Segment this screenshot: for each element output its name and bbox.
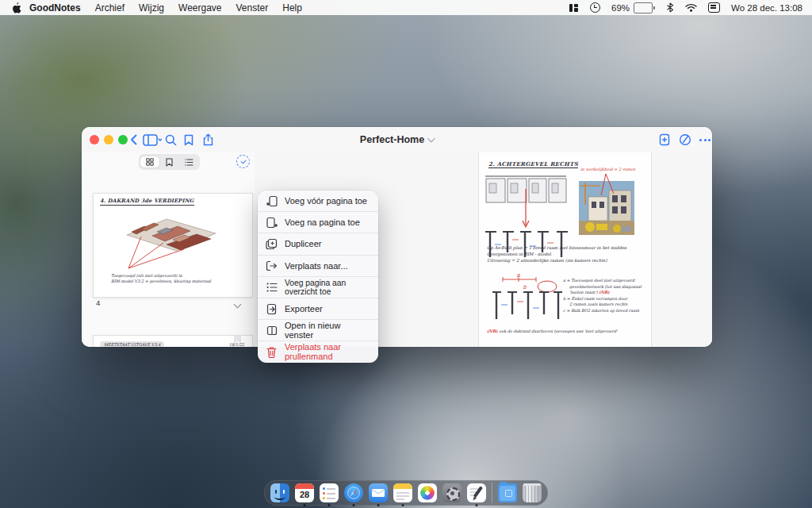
back-icon[interactable] [125, 133, 141, 147]
search-icon[interactable] [163, 133, 178, 147]
menu-app-name[interactable]: GoodNotes [22, 2, 88, 13]
page-thumbnail-5[interactable]: MEETSTAAT UITGAVE V3.4 18/1/22 V3.3 V3.4… [93, 335, 253, 347]
add-page-icon[interactable] [657, 133, 672, 147]
thumb2-header: MEETSTAAT UITGAVE V3.4 [100, 341, 164, 347]
menu-wijzig[interactable]: Wijzig [132, 2, 171, 13]
goodnotes-window: Perfect-Home [82, 127, 712, 347]
isometric-sketch [117, 210, 224, 273]
outline-view-tab[interactable] [179, 156, 199, 167]
close-button[interactable] [90, 135, 99, 144]
bookmarks-view-tab[interactable] [159, 156, 179, 167]
menu-bar-clock[interactable]: Wo 28 dec. 13:08 [731, 3, 802, 13]
menu-archief[interactable]: Archief [88, 2, 132, 13]
photo-annotation-lines [590, 173, 622, 197]
sidebar-view-switcher[interactable] [139, 154, 200, 170]
sidebar-toggle-icon[interactable] [142, 133, 163, 147]
menu-item-open-new-window[interactable]: Open in nieuw venster [258, 319, 378, 341]
menu-item-insert-after[interactable]: Voeg na pagina toe [258, 211, 378, 233]
title-chevron-icon [427, 135, 435, 143]
menu-venster[interactable]: Venster [229, 2, 276, 13]
safari-dock-icon[interactable] [344, 483, 363, 502]
menu-item-export[interactable]: Exporteer [258, 298, 378, 319]
menu-bar: GoodNotes Archief Wijzig Weergave Venste… [0, 0, 812, 15]
display-preferences-icon[interactable] [708, 2, 720, 13]
export-icon [266, 303, 278, 315]
menu-item-add-to-outline[interactable]: Voeg pagina aan overzicht toe [258, 276, 378, 298]
apple-menu-icon[interactable] [13, 2, 22, 13]
window-tiling-icon[interactable] [569, 3, 579, 13]
trash-icon [266, 346, 278, 358]
thumb1-title: 4. DAKRAND 3de VERDIEPING [100, 198, 194, 206]
page-context-menu: Voeg vóór pagina toe Voeg na pagina toe … [258, 190, 378, 363]
notes-dock-icon[interactable] [393, 483, 412, 502]
window-titlebar[interactable]: Perfect-Home [82, 127, 712, 152]
page-thumbnail-4[interactable]: 4. DAKRAND 3de VERDIEPING Toegevoegd (al… [93, 193, 253, 298]
trash-dock-icon[interactable] [523, 483, 542, 502]
wifi-icon[interactable] [685, 3, 697, 12]
menu-weergave[interactable]: Weergave [171, 2, 228, 13]
goodnotes-dock-icon[interactable] [467, 483, 486, 502]
reminders-dock-icon[interactable] [320, 483, 339, 502]
more-icon[interactable] [697, 133, 712, 147]
select-pages-icon[interactable] [236, 155, 250, 168]
page-options-chevron-icon[interactable] [234, 301, 242, 309]
menu-help[interactable]: Help [275, 2, 309, 13]
pages-sidebar: 4. DAKRAND 3de VERDIEPING Toegevoegd (al… [82, 152, 255, 347]
calendar-dock-icon[interactable]: 28 [295, 483, 314, 502]
bookmark-icon[interactable] [181, 133, 197, 147]
menu-item-move-to[interactable]: Verplaats naar... [258, 255, 378, 276]
plan-sketch: a b [492, 273, 563, 324]
thumb2-date: 18/1/22 [229, 342, 244, 347]
thumb1-caption: Toegevoegd (als niet-uitgevoerd) in BIM-… [111, 273, 211, 284]
edit-mode-icon[interactable] [677, 133, 693, 147]
dock: 28 [264, 480, 548, 506]
settings-dock-icon[interactable] [442, 483, 462, 502]
photo-annotation: in werkelijkheid = 2 ramen [580, 167, 635, 173]
grid-view-tab[interactable] [140, 156, 160, 167]
share-icon[interactable] [200, 133, 216, 147]
menu-item-duplicate[interactable]: Dupliceer [258, 233, 378, 254]
footnote: (NB) ook de dakrand daarboven toevoegen … [487, 329, 649, 335]
desktop: { "menu_bar": { "app_name": "GoodNotes",… [0, 0, 812, 508]
menu-item-move-to-trash[interactable]: Verplaats naar prullenmand [258, 341, 378, 362]
bluetooth-icon[interactable] [666, 2, 674, 13]
notebook-page[interactable]: 2. ACHTERGEVEL RECHTS [478, 152, 652, 347]
battery-percent: 69% [611, 3, 630, 13]
add-to-outline-icon [266, 281, 278, 293]
document-title[interactable]: Perfect-Home [360, 134, 434, 145]
dock-separator [492, 483, 492, 503]
insert-page-after-icon [266, 217, 278, 229]
battery-indicator[interactable]: 69% [611, 2, 655, 13]
svg-text:a: a [517, 273, 520, 278]
finder-dock-icon[interactable] [270, 483, 289, 502]
new-window-icon [266, 325, 278, 337]
menu-item-insert-before[interactable]: Voeg vóór pagina toe [258, 190, 378, 211]
downloads-folder-dock-icon[interactable] [498, 483, 517, 502]
insert-page-before-icon [266, 195, 278, 207]
move-to-icon [266, 260, 278, 271]
clock-icon[interactable] [590, 2, 600, 13]
duplicate-icon [266, 238, 278, 250]
page-number-label: 4 [96, 298, 100, 307]
paragraph-notes: Op As-Built plan = 1 breed raam met binn… [487, 244, 645, 264]
minimize-button[interactable] [104, 135, 113, 144]
page-heading: 2. ACHTERGEVEL RECHTS [488, 160, 578, 168]
svg-text:b: b [523, 284, 527, 290]
legend-notes: a = Toevoegen deel niet-uitgevoerd gevel… [563, 278, 649, 314]
mail-dock-icon[interactable] [369, 483, 388, 502]
photos-dock-icon[interactable] [418, 483, 437, 502]
